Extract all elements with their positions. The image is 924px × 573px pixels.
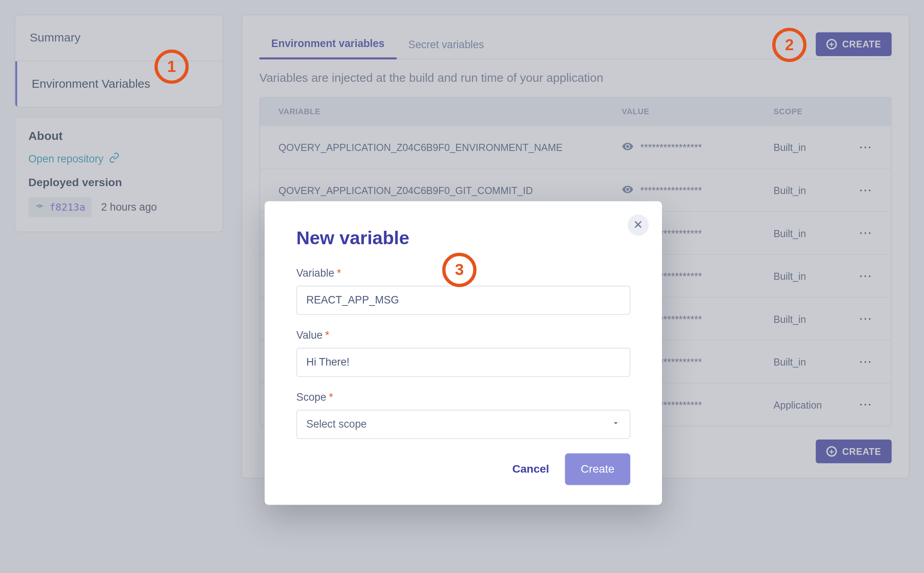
modal-title: New variable bbox=[296, 228, 630, 249]
close-button[interactable]: ✕ bbox=[628, 215, 649, 236]
chevron-down-icon bbox=[611, 418, 620, 430]
close-icon: ✕ bbox=[633, 218, 643, 232]
scope-select-placeholder: Select scope bbox=[306, 418, 367, 430]
annotation-1: 1 bbox=[155, 49, 189, 84]
variable-name-input[interactable] bbox=[296, 286, 630, 315]
create-submit-button[interactable]: Create bbox=[565, 453, 630, 485]
variable-value-input[interactable] bbox=[296, 348, 630, 377]
annotation-2: 2 bbox=[772, 28, 807, 62]
new-variable-modal: ✕ New variable Variable* Value* Scope* S… bbox=[265, 201, 662, 505]
annotation-3: 3 bbox=[442, 253, 477, 287]
scope-field-label: Scope* bbox=[296, 391, 630, 403]
value-field-label: Value* bbox=[296, 329, 630, 341]
cancel-button[interactable]: Cancel bbox=[512, 463, 549, 476]
modal-actions: Cancel Create bbox=[296, 453, 630, 485]
scope-select[interactable]: Select scope bbox=[296, 410, 630, 439]
